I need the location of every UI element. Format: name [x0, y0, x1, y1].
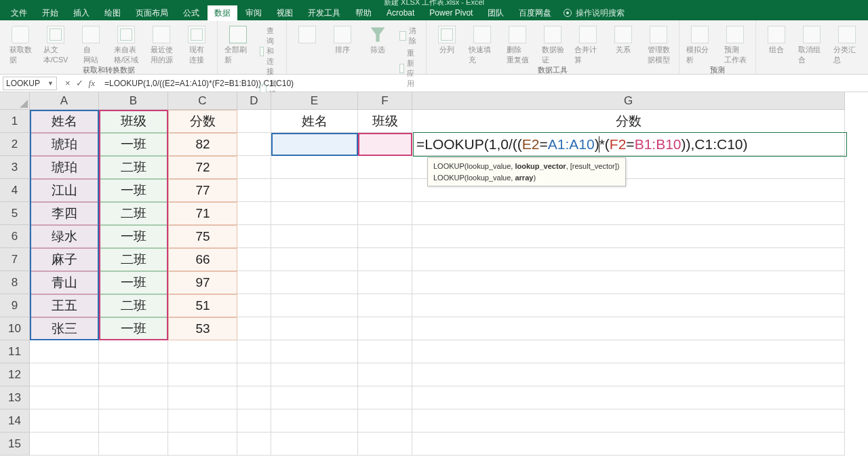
cell[interactable]: 66	[168, 248, 237, 271]
cell[interactable]: 82	[168, 133, 237, 156]
cell[interactable]	[412, 340, 845, 363]
column-header-D[interactable]: D	[237, 92, 271, 110]
row-header-5[interactable]: 5	[0, 202, 30, 225]
column-header-B[interactable]: B	[99, 92, 168, 110]
cell[interactable]	[271, 294, 358, 317]
reapply-button[interactable]: 重新应用	[399, 48, 419, 89]
from-web-button[interactable]: 自网站	[77, 26, 104, 65]
cell[interactable]	[237, 294, 271, 317]
cell[interactable]: 琥珀	[271, 133, 358, 156]
row-header-10[interactable]: 10	[0, 317, 30, 340]
cell[interactable]: 一班	[99, 271, 168, 294]
row-header-12[interactable]: 12	[0, 363, 30, 386]
ungroup-button[interactable]: 取消组合	[798, 26, 825, 65]
relationships-button[interactable]: 关系	[610, 26, 637, 55]
from-table-button[interactable]: 来自表格/区域	[113, 26, 140, 65]
cell[interactable]	[237, 317, 271, 340]
cell[interactable]: 一班	[99, 133, 168, 156]
text-to-columns-button[interactable]: 分列	[433, 26, 460, 55]
column-header-C[interactable]: C	[168, 92, 237, 110]
cell[interactable]	[271, 202, 358, 225]
existing-connections-button[interactable]: 现有连接	[183, 26, 210, 65]
cell[interactable]: 72	[168, 156, 237, 179]
cell[interactable]	[271, 433, 358, 456]
row-header-4[interactable]: 4	[0, 179, 30, 202]
tab-data[interactable]: 数据	[208, 5, 237, 21]
tab-help[interactable]: 帮助	[349, 5, 378, 21]
row-header-14[interactable]: 14	[0, 409, 30, 433]
cell[interactable]	[99, 386, 168, 409]
cell[interactable]: 二班	[99, 202, 168, 225]
cell[interactable]: 77	[168, 179, 237, 202]
cell[interactable]	[237, 179, 271, 202]
cell[interactable]	[271, 271, 358, 294]
clear-filter-button[interactable]: 清除	[399, 26, 419, 46]
cell[interactable]	[271, 248, 358, 271]
tab-page-layout[interactable]: 页面布局	[129, 5, 175, 21]
row-header-13[interactable]: 13	[0, 386, 30, 409]
cell[interactable]	[30, 386, 99, 409]
cell[interactable]	[271, 340, 358, 363]
cell[interactable]	[358, 433, 412, 456]
cell[interactable]	[412, 386, 845, 409]
cell[interactable]: 二班	[99, 248, 168, 271]
enter-button[interactable]: ✓	[76, 78, 83, 89]
cell[interactable]	[30, 340, 99, 363]
cell[interactable]: 二班	[99, 156, 168, 179]
row-header-6[interactable]: 6	[0, 225, 30, 248]
cell[interactable]	[237, 386, 271, 409]
cell[interactable]	[358, 409, 412, 433]
tab-team[interactable]: 团队	[481, 5, 511, 21]
cell[interactable]: 姓名	[30, 110, 99, 133]
tab-insert[interactable]: 插入	[66, 5, 96, 21]
cell[interactable]	[271, 225, 358, 248]
cell[interactable]: 王五	[30, 294, 99, 317]
refresh-all-button[interactable]: 全部刷新	[224, 26, 252, 65]
fx-icon[interactable]: fx	[89, 78, 95, 89]
cell[interactable]	[412, 271, 845, 294]
row-header-7[interactable]: 7	[0, 248, 30, 271]
forecast-sheet-button[interactable]: 预测工作表	[722, 26, 749, 65]
cell[interactable]	[237, 248, 271, 271]
cell[interactable]	[237, 133, 271, 156]
cell[interactable]	[99, 433, 168, 456]
row-header-9[interactable]: 9	[0, 294, 30, 317]
whatif-button[interactable]: 模拟分析	[686, 26, 713, 65]
cell[interactable]	[99, 363, 168, 386]
cell[interactable]	[99, 409, 168, 433]
recent-sources-button[interactable]: 最近使用的源	[148, 26, 175, 65]
tab-home[interactable]: 开始	[35, 5, 65, 21]
cell[interactable]	[237, 409, 271, 433]
cell[interactable]	[358, 202, 412, 225]
cell[interactable]	[168, 433, 237, 456]
tab-formulas[interactable]: 公式	[176, 5, 206, 21]
cell[interactable]: 53	[168, 317, 237, 340]
cell[interactable]	[237, 110, 271, 133]
tab-review[interactable]: 审阅	[239, 5, 269, 21]
cell[interactable]	[358, 317, 412, 340]
cell[interactable]	[412, 225, 845, 248]
subtotal-button[interactable]: 分类汇总	[833, 26, 861, 65]
queries-connections-button[interactable]: 查询和连接	[260, 26, 279, 77]
tab-powerpivot[interactable]: Power Pivot	[422, 6, 479, 20]
cell[interactable]: 班级	[99, 110, 168, 133]
cell[interactable]: 张三	[30, 317, 99, 340]
row-header-15[interactable]: 15	[0, 433, 30, 456]
tab-file[interactable]: 文件	[4, 5, 34, 21]
cell[interactable]: 75	[168, 225, 237, 248]
data-validation-button[interactable]: 数据验证	[539, 26, 566, 65]
cell[interactable]	[358, 248, 412, 271]
cell[interactable]	[30, 363, 99, 386]
cell[interactable]	[358, 225, 412, 248]
cell[interactable]	[358, 271, 412, 294]
cell[interactable]	[271, 156, 358, 179]
sort-az-button[interactable]	[294, 26, 321, 43]
row-header-8[interactable]: 8	[0, 271, 30, 294]
cell[interactable]: 51	[168, 294, 237, 317]
cell[interactable]	[412, 433, 845, 456]
cell[interactable]: 绿水	[30, 225, 99, 248]
cell[interactable]	[237, 433, 271, 456]
cell[interactable]: 琥珀	[30, 133, 99, 156]
tab-acrobat[interactable]: Acrobat	[380, 6, 421, 20]
cell[interactable]	[358, 179, 412, 202]
